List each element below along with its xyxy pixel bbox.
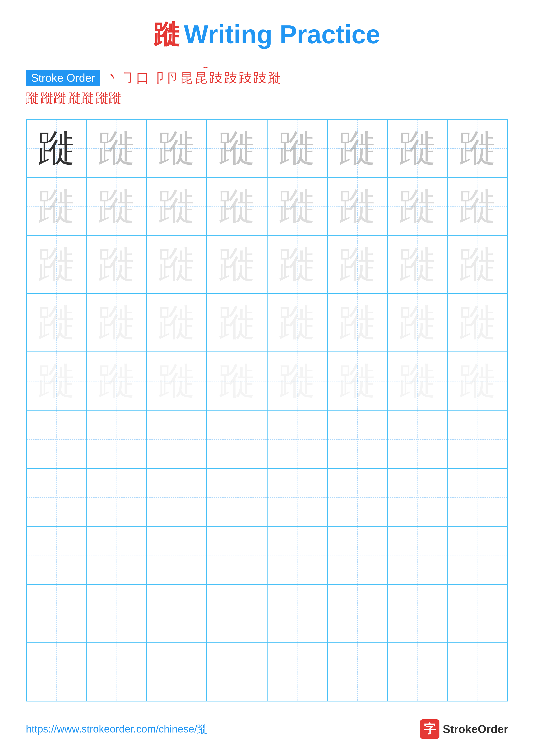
grid-cell[interactable]: 蹝 — [387, 294, 447, 352]
grid-cell[interactable] — [26, 526, 87, 585]
grid-cell[interactable]: 蹝 — [207, 119, 267, 177]
grid-cell[interactable] — [267, 585, 327, 643]
grid-cell[interactable] — [26, 410, 87, 468]
grid-cell[interactable] — [387, 643, 447, 701]
grid-cell[interactable] — [207, 468, 267, 526]
grid-cell[interactable] — [87, 410, 146, 468]
grid-row-4: 蹝 蹝 蹝 蹝 蹝 蹝 蹝 蹝 — [26, 294, 508, 352]
grid-cell[interactable]: 蹝 — [207, 235, 267, 294]
grid-cell[interactable]: 蹝 — [387, 177, 447, 235]
grid-cell[interactable] — [447, 643, 508, 701]
grid-cell[interactable] — [26, 585, 87, 643]
grid-cell[interactable]: 蹝 — [87, 119, 146, 177]
practice-char: 蹝 — [219, 363, 255, 399]
grid-cell[interactable]: 蹝 — [87, 294, 146, 352]
grid-cell[interactable] — [387, 410, 447, 468]
stroke-order-label: Stroke Order — [26, 69, 100, 86]
grid-cell[interactable]: 蹝 — [447, 119, 508, 177]
practice-char: 蹝 — [38, 305, 75, 341]
grid-cell[interactable] — [87, 585, 146, 643]
grid-cell[interactable] — [267, 643, 327, 701]
stroke-order-section: Stroke Order 丶 ㇆ 口 卩 卪 昆 昆⌒ 跂 跂 跂 跂 蹝 蹝 … — [26, 69, 508, 106]
grid-row-2: 蹝 蹝 蹝 蹝 蹝 蹝 蹝 蹝 — [26, 177, 508, 235]
grid-cell[interactable] — [147, 526, 207, 585]
grid-cell[interactable]: 蹝 — [447, 294, 508, 352]
grid-cell[interactable]: 蹝 — [267, 352, 327, 410]
grid-cell[interactable] — [207, 643, 267, 701]
grid-cell[interactable] — [267, 468, 327, 526]
grid-cell[interactable]: 蹝 — [87, 177, 146, 235]
grid-cell[interactable]: 蹝 — [267, 119, 327, 177]
grid-cell[interactable]: 蹝 — [447, 177, 508, 235]
grid-cell[interactable] — [327, 468, 387, 526]
grid-cell[interactable]: 蹝 — [327, 177, 387, 235]
practice-char: 蹝 — [279, 246, 315, 283]
stroke-4: 卩 — [151, 70, 164, 86]
grid-cell[interactable]: 蹝 — [387, 235, 447, 294]
practice-char: 蹝 — [38, 130, 75, 167]
grid-cell[interactable] — [387, 468, 447, 526]
grid-cell[interactable] — [147, 643, 207, 701]
grid-cell[interactable]: 蹝 — [267, 177, 327, 235]
grid-cell[interactable] — [327, 410, 387, 468]
grid-cell[interactable]: 蹝 — [147, 352, 207, 410]
practice-char: 蹝 — [399, 246, 436, 283]
grid-cell[interactable] — [26, 468, 87, 526]
grid-cell[interactable] — [207, 410, 267, 468]
practice-char: 蹝 — [279, 130, 315, 167]
practice-char: 蹝 — [339, 246, 376, 283]
grid-cell[interactable] — [147, 410, 207, 468]
grid-cell[interactable] — [87, 468, 146, 526]
grid-cell[interactable] — [267, 410, 327, 468]
grid-cell[interactable] — [26, 643, 87, 701]
grid-cell[interactable] — [207, 585, 267, 643]
grid-cell[interactable] — [87, 526, 146, 585]
grid-row-10 — [26, 643, 508, 701]
grid-cell[interactable] — [267, 526, 327, 585]
grid-cell[interactable] — [327, 526, 387, 585]
grid-cell[interactable]: 蹝 — [147, 119, 207, 177]
grid-cell[interactable]: 蹝 — [147, 294, 207, 352]
grid-cell[interactable] — [447, 468, 508, 526]
grid-cell[interactable]: 蹝 — [87, 235, 146, 294]
grid-cell[interactable]: 蹝 — [267, 294, 327, 352]
grid-cell[interactable] — [447, 585, 508, 643]
grid-cell[interactable]: 蹝 — [447, 352, 508, 410]
grid-cell[interactable]: 蹝 — [267, 235, 327, 294]
grid-cell[interactable]: 蹝 — [26, 235, 87, 294]
grid-cell[interactable]: 蹝 — [327, 294, 387, 352]
grid-cell[interactable]: 蹝 — [327, 352, 387, 410]
grid-cell[interactable]: 蹝 — [327, 119, 387, 177]
footer-url[interactable]: https://www.strokeorder.com/chinese/蹝 — [26, 722, 207, 736]
grid-cell[interactable]: 蹝 — [147, 177, 207, 235]
grid-cell[interactable]: 蹝 — [26, 294, 87, 352]
grid-cell[interactable]: 蹝 — [327, 235, 387, 294]
grid-cell[interactable] — [387, 585, 447, 643]
grid-cell[interactable]: 蹝 — [26, 177, 87, 235]
grid-cell[interactable]: 蹝 — [207, 294, 267, 352]
stroke-8: 跂 — [209, 70, 222, 86]
grid-cell[interactable]: 蹝 — [207, 352, 267, 410]
grid-cell[interactable]: 蹝 — [387, 119, 447, 177]
grid-cell[interactable]: 蹝 — [26, 352, 87, 410]
grid-cell[interactable] — [147, 468, 207, 526]
grid-cell[interactable] — [447, 526, 508, 585]
grid-cell[interactable] — [327, 585, 387, 643]
grid-cell[interactable]: 蹝 — [87, 352, 146, 410]
grid-cell[interactable]: 蹝 — [387, 352, 447, 410]
grid-cell[interactable] — [327, 643, 387, 701]
practice-char: 蹝 — [399, 305, 436, 341]
grid-cell[interactable] — [87, 643, 146, 701]
grid-cell[interactable] — [447, 410, 508, 468]
page: 蹝Writing Practice Stroke Order 丶 ㇆ 口 卩 卪… — [0, 0, 534, 756]
grid-cell[interactable]: 蹝 — [147, 235, 207, 294]
grid-cell[interactable]: 蹝 — [207, 177, 267, 235]
grid-cell[interactable] — [207, 526, 267, 585]
grid-cell[interactable] — [147, 585, 207, 643]
grid-cell[interactable]: 蹝 — [447, 235, 508, 294]
grid-cell[interactable] — [387, 526, 447, 585]
footer: https://www.strokeorder.com/chinese/蹝 字 … — [26, 719, 508, 739]
practice-char: 蹝 — [339, 130, 376, 167]
practice-char: 蹝 — [279, 188, 315, 225]
grid-cell[interactable]: 蹝 — [26, 119, 87, 177]
